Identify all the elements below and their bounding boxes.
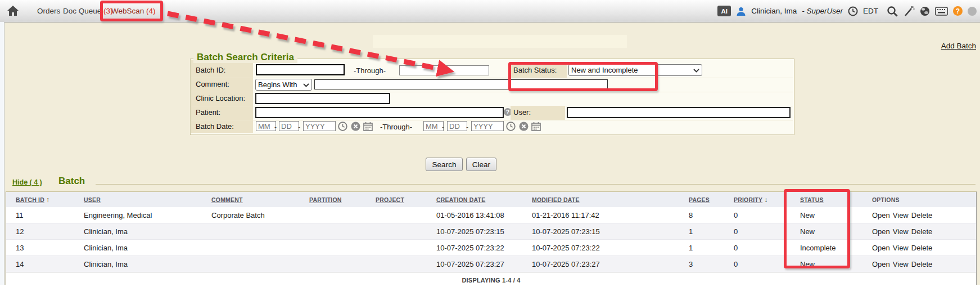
batch-date-to-mm-input[interactable]	[423, 121, 444, 131]
top-nav-bar: Orders Doc Queue (3) WebScan (4) AI Clin…	[0, 0, 980, 23]
home-icon[interactable]	[7, 6, 19, 18]
open-link[interactable]: Open	[872, 260, 890, 268]
delete-link[interactable]: Delete	[911, 227, 933, 236]
calendar-icon[interactable]	[363, 122, 373, 131]
header-pages[interactable]: PAGES	[685, 196, 730, 203]
cell-status: New	[787, 260, 860, 268]
header-user[interactable]: USER	[84, 196, 211, 203]
comment-input[interactable]	[314, 79, 608, 89]
timezone-label: EDT	[863, 7, 878, 15]
patient-label: Patient:	[196, 108, 220, 116]
header-creation-date[interactable]: CREATION DATE	[436, 196, 532, 203]
batch-date-to-dd-input[interactable]	[447, 121, 467, 131]
keyboard-icon[interactable]	[935, 7, 948, 16]
clear-date-icon[interactable]	[519, 122, 529, 131]
chevron-down-icon	[693, 66, 699, 74]
cell-creation-date: 10-07-2025 07:23:27	[436, 260, 532, 268]
left-edge-strip	[0, 22, 4, 287]
user-input[interactable]	[567, 107, 791, 118]
highlight-strip	[373, 35, 627, 48]
batch-status-select[interactable]: New and Incomplete	[568, 64, 702, 76]
clear-date-icon[interactable]	[351, 122, 360, 131]
delete-link[interactable]: Delete	[911, 211, 933, 219]
through-label: -Through-	[354, 66, 386, 75]
cell-batch-id: 14	[6, 260, 84, 268]
status-dot-icon	[968, 7, 977, 16]
open-link[interactable]: Open	[872, 227, 890, 236]
cell-comment: Corporate Batch	[211, 211, 309, 219]
batch-table: BATCH ID↑ USER COMMENT PARTITION PROJECT…	[6, 191, 977, 287]
clock-icon[interactable]	[848, 6, 858, 16]
header-comment[interactable]: COMMENT	[211, 196, 309, 203]
nav-item-orders[interactable]: Orders	[37, 0, 60, 22]
search-button[interactable]: Search	[426, 158, 463, 171]
cell-batch-id: 12	[6, 227, 84, 236]
open-link[interactable]: Open	[872, 244, 890, 252]
patient-input[interactable]	[255, 107, 504, 118]
batch-id-to-input[interactable]	[399, 65, 489, 75]
time-picker-icon[interactable]	[506, 122, 516, 131]
cell-modified-date: 10-07-2025 07:23:27	[532, 260, 685, 268]
user-name: Clinician, Ima	[751, 7, 797, 15]
table-header-row: BATCH ID↑ USER COMMENT PARTITION PROJECT…	[6, 192, 976, 207]
clinic-location-input[interactable]	[255, 93, 390, 104]
magic-wand-icon[interactable]	[903, 6, 915, 17]
comment-label: Comment:	[196, 80, 229, 88]
cell-options: OpenViewDelete	[860, 211, 976, 219]
view-link[interactable]: View	[893, 244, 909, 252]
delete-link[interactable]: Delete	[911, 260, 933, 268]
time-picker-icon[interactable]	[338, 122, 347, 131]
cell-user: Clinician, Ima	[84, 244, 211, 252]
nav-item-webscan[interactable]: WebScan (4)	[111, 0, 156, 22]
open-link[interactable]: Open	[872, 211, 890, 219]
batch-date-to-yyyy-input[interactable]	[471, 121, 504, 131]
clear-button[interactable]: Clear	[466, 158, 496, 171]
nav-item-doc-queue[interactable]: Doc Queue (3)	[63, 0, 113, 22]
add-batch-link[interactable]: Add Batch	[941, 42, 976, 50]
batch-date-from-mm-input[interactable]	[256, 121, 276, 131]
through-label: -Through-	[380, 123, 412, 131]
ai-badge[interactable]: AI	[717, 6, 731, 16]
view-link[interactable]: View	[893, 227, 909, 236]
header-project[interactable]: PROJECT	[376, 196, 436, 203]
batch-date-from-dd-input[interactable]	[279, 121, 299, 131]
cell-priority: 0	[730, 244, 787, 252]
webscan-count: (4)	[146, 7, 156, 15]
cell-pages: 1	[685, 244, 730, 252]
header-options: OPTIONS	[860, 196, 976, 203]
header-modified-date[interactable]: MODIFIED DATE	[532, 196, 685, 203]
comment-operator-select[interactable]: Begins With	[255, 79, 312, 91]
criteria-title: Batch Search Criteria	[193, 52, 297, 63]
user-role: - SuperUser	[802, 7, 843, 15]
cell-user: Clinician, Ima	[84, 227, 211, 236]
search-icon[interactable]	[887, 6, 898, 17]
user-label: User:	[513, 108, 531, 116]
table-row: 13 Clinician, Ima 10-07-2025 07:23:22 10…	[6, 239, 976, 255]
header-priority[interactable]: PRIORITY↓	[730, 196, 787, 204]
header-status[interactable]: STATUS	[787, 196, 860, 203]
cell-pages: 8	[685, 211, 730, 219]
cell-priority: 0	[730, 260, 787, 268]
cell-creation-date: 01-05-2016 13:41:08	[436, 211, 532, 219]
table-row: 12 Clinician, Ima 10-07-2025 07:23:15 10…	[6, 223, 976, 239]
header-batch-id[interactable]: BATCH ID↑	[6, 196, 84, 204]
calendar-icon[interactable]	[531, 122, 541, 131]
batch-date-from-yyyy-input[interactable]	[303, 121, 336, 131]
header-partition[interactable]: PARTITION	[309, 196, 376, 203]
hide-batch-link[interactable]: Hide ( 4 )	[12, 178, 42, 186]
batch-id-from-input[interactable]	[256, 64, 345, 75]
cell-options: OpenViewDelete	[860, 227, 976, 236]
view-link[interactable]: View	[893, 260, 909, 268]
user-area: AI Clinician, Ima - SuperUser EDT ?	[717, 0, 980, 22]
cell-pages: 3	[685, 260, 730, 268]
cell-status: Incomplete	[787, 244, 860, 252]
view-link[interactable]: View	[893, 211, 909, 219]
globe-icon[interactable]	[920, 6, 930, 16]
cell-modified-date: 10-07-2025 07:23:22	[532, 244, 685, 252]
cell-priority: 0	[730, 227, 787, 236]
cell-priority: 0	[730, 211, 787, 219]
table-row: 14 Clinician, Ima 10-07-2025 07:23:27 10…	[6, 255, 976, 272]
help-icon[interactable]: ?	[953, 6, 963, 16]
batch-status-label: Batch Status:	[513, 66, 557, 74]
delete-link[interactable]: Delete	[911, 244, 933, 252]
